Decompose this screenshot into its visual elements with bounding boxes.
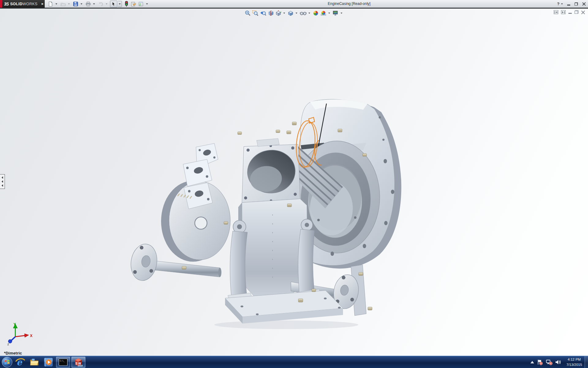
view-settings-button[interactable]	[332, 10, 339, 17]
document-minimize-button[interactable]	[568, 13, 572, 14]
save-dropdown-arrow[interactable]	[81, 3, 82, 5]
action-center-flag-icon[interactable]	[537, 359, 543, 365]
stoplight-icon	[124, 1, 129, 7]
window-controls: ?	[557, 0, 586, 8]
logo-text-solid: SOLID	[10, 2, 22, 6]
print-button[interactable]	[85, 1, 92, 7]
triad-z-label: Z	[7, 343, 9, 346]
pane-arrow-right-icon	[562, 11, 565, 13]
select-dropdown[interactable]	[118, 1, 122, 7]
apply-scene-icon	[320, 10, 326, 16]
show-desktop-button[interactable]	[585, 356, 588, 368]
pane-toggle-left-button[interactable]	[554, 10, 558, 14]
view-orientation-button[interactable]	[275, 10, 282, 17]
edit-appearance-icon	[313, 10, 319, 16]
apply-scene-button[interactable]	[320, 10, 327, 17]
undo-button[interactable]	[97, 1, 104, 7]
engine-casing-model[interactable]	[0, 9, 588, 356]
save-button[interactable]	[72, 1, 79, 7]
clock-date: 7/13/2015	[564, 362, 584, 367]
select-button[interactable]	[110, 1, 117, 7]
options-dropdown-arrow[interactable]	[146, 3, 148, 5]
tray-clock[interactable]: 4:12 PM 7/13/2015	[564, 357, 584, 367]
solidworks-2015-icon: SW 2015	[74, 357, 83, 367]
solidworks-logo: 3S SOLIDWORKS	[2, 0, 41, 8]
collapse-arrow-icon	[2, 176, 3, 179]
windows-explorer-button[interactable]	[27, 356, 41, 368]
undo-dropdown-arrow[interactable]	[106, 3, 107, 5]
display-style-icon	[288, 10, 294, 16]
apply-scene-dropdown-arrow[interactable]	[328, 13, 330, 14]
help-dropdown-arrow[interactable]	[561, 3, 563, 5]
feature-tree-collapse-tab[interactable]	[0, 174, 5, 189]
new-document-button[interactable]	[47, 1, 54, 7]
open-folder-icon	[60, 1, 66, 7]
previous-view-button[interactable]	[260, 10, 266, 17]
display-style-button[interactable]	[287, 10, 294, 17]
view-settings-icon	[333, 10, 339, 16]
hide-show-dropdown-arrow[interactable]	[308, 13, 310, 14]
clock-time: 4:12 PM	[564, 357, 584, 362]
section-view-icon	[268, 10, 274, 16]
display-style-dropdown-arrow[interactable]	[296, 13, 297, 14]
solidworks-window: 3S SOLIDWORKS ▶	[0, 0, 588, 368]
tray-expand-icon[interactable]	[530, 361, 534, 364]
zoom-to-area-icon	[252, 10, 258, 16]
cmd-prompt-text: C:\_	[60, 360, 65, 362]
select-cursor-icon	[111, 1, 116, 7]
view-orientation-icon	[275, 10, 281, 16]
file-properties-icon	[130, 1, 136, 7]
file-properties-button[interactable]	[130, 1, 137, 7]
help-button[interactable]: ?	[557, 2, 560, 6]
open-document-button[interactable]	[60, 1, 66, 7]
document-window-controls	[554, 10, 585, 14]
sw-year: 2015	[78, 365, 83, 367]
triad-y-label: Y	[13, 322, 16, 327]
new-dropdown-arrow[interactable]	[55, 3, 57, 5]
collapse-arrow-icon	[2, 184, 3, 187]
save-icon	[73, 1, 78, 7]
options-button[interactable]	[138, 1, 145, 7]
hide-show-items-button[interactable]	[300, 10, 307, 17]
undo-icon	[98, 1, 104, 7]
logo-text-works: WORKS	[22, 2, 37, 6]
network-error-icon[interactable]	[546, 359, 552, 365]
solidworks-red-accent	[0, 0, 2, 8]
heads-up-view-toolbar	[244, 10, 344, 17]
restore-button[interactable]	[575, 2, 578, 6]
document-close-button[interactable]	[581, 10, 585, 14]
quick-access-toolbar	[47, 1, 150, 7]
pane-toggle-right-button[interactable]	[561, 10, 566, 14]
print-dropdown-arrow[interactable]	[93, 3, 95, 5]
zoom-to-fit-button[interactable]	[244, 10, 251, 17]
view-settings-dropdown-arrow[interactable]	[341, 13, 342, 14]
select-dropdown-arrow[interactable]	[119, 3, 121, 5]
command-prompt-button[interactable]: C:\_	[56, 357, 70, 368]
zoom-to-area-button[interactable]	[252, 10, 259, 17]
close-button[interactable]	[582, 2, 586, 6]
folder-icon	[29, 358, 39, 367]
taskbar-left: e	[0, 356, 86, 368]
document-restore-button[interactable]	[575, 10, 579, 14]
print-icon	[85, 1, 91, 7]
collapse-arrow-icon	[2, 180, 3, 183]
open-dropdown-arrow[interactable]	[68, 3, 70, 5]
eyeglasses-icon	[300, 10, 307, 16]
minimize-button[interactable]	[567, 5, 570, 6]
edit-appearance-button[interactable]	[312, 10, 319, 17]
graphics-viewport[interactable]: Y X Z *Dimetric	[0, 9, 588, 356]
3ds-logo-icon: 3S	[4, 2, 9, 6]
window-title: EngineCasing [Read-only]	[328, 2, 370, 6]
media-player-button[interactable]	[41, 356, 55, 368]
volume-icon[interactable]	[555, 359, 561, 365]
triad-x-label: X	[30, 334, 32, 338]
internet-explorer-button[interactable]: e	[13, 356, 27, 368]
section-view-button[interactable]	[267, 10, 274, 17]
menu-flyout-arrow-icon[interactable]: ▶	[41, 0, 45, 8]
view-orientation-label: *Dimetric	[4, 351, 22, 355]
titlebar: 3S SOLIDWORKS ▶	[0, 0, 588, 8]
view-orientation-dropdown-arrow[interactable]	[283, 13, 285, 14]
start-button[interactable]	[1, 356, 13, 368]
rebuild-stoplight-button[interactable]	[124, 1, 129, 7]
solidworks-taskbar-button[interactable]: SW 2015	[71, 357, 85, 368]
